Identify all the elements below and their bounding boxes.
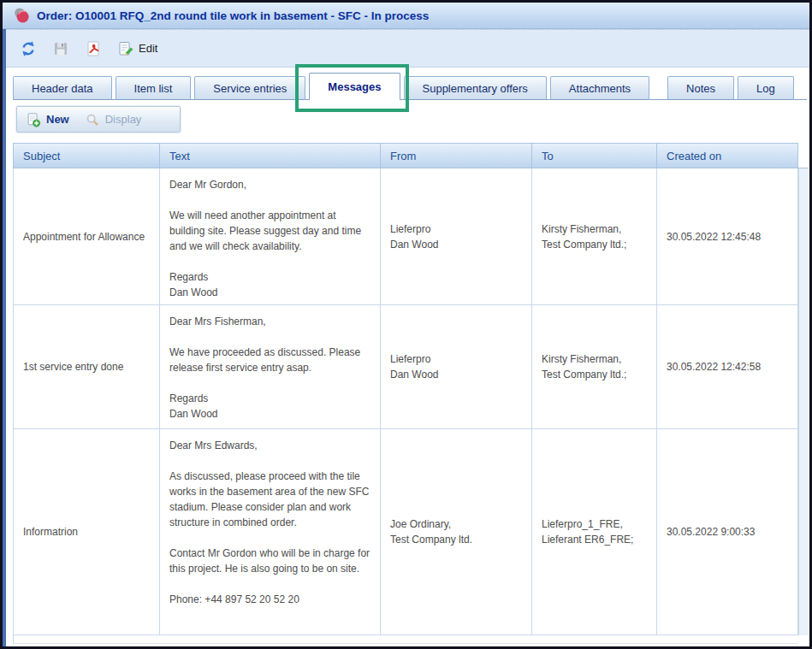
cell-to: Lieferpro_1_FRE, Lieferant ER6_FRE; [532, 429, 657, 635]
table-row[interactable]: Appointment for Allowance Dear Mr Gordon… [13, 168, 809, 305]
pdf-export-button[interactable] [83, 38, 104, 59]
cell-created-on: 30.05.2022 12:42:58 [657, 305, 798, 429]
cell-text: Dear Mr Gordon, We will need another app… [160, 168, 381, 305]
cell-subject: Informatrion [13, 429, 160, 635]
window-titlebar: Order: O10001 RFQ_2nd round tile work in… [3, 3, 809, 29]
save-button[interactable] [50, 38, 71, 59]
column-header-subject[interactable]: Subject [13, 143, 160, 168]
main-toolbar: Edit [6, 29, 809, 68]
cell-text: Dear Mrs Fisherman, We have proceeded as… [160, 305, 381, 429]
messages-action-bar: New Display [16, 106, 181, 133]
pdf-icon [85, 40, 102, 57]
tab-messages-label: Messages [328, 80, 381, 93]
tabstrip: Header data Item list Service entries Me… [13, 72, 807, 100]
vertical-scrollbar[interactable] [798, 305, 809, 429]
column-header-from[interactable]: From [381, 143, 532, 168]
refresh-icon [20, 40, 37, 57]
tab-service-entries[interactable]: Service entries [194, 76, 305, 100]
empty-table-area [13, 635, 798, 644]
vertical-scrollbar[interactable] [798, 168, 809, 305]
edit-button-label: Edit [139, 42, 157, 55]
display-message-button[interactable]: Display [85, 112, 142, 127]
tab-log[interactable]: Log [738, 76, 794, 100]
column-header-created-on[interactable]: Created on [657, 143, 798, 168]
cell-to: Kirsty Fisherman, Test Company ltd.; [532, 168, 657, 305]
order-window: Order: O10001 RFQ_2nd round tile work in… [0, 0, 812, 649]
window-title: Order: O10001 RFQ_2nd round tile work in… [37, 9, 429, 22]
new-message-button[interactable]: New [26, 112, 69, 127]
cell-text: Dear Mrs Edwards, As discussed, please p… [160, 429, 381, 635]
tab-attachments[interactable]: Attachments [550, 76, 649, 100]
cell-subject: Appointment for Allowance [13, 168, 160, 305]
table-row[interactable]: 1st service entry done Dear Mrs Fisherma… [13, 305, 809, 429]
cell-from: Joe Ordinary, Test Company ltd. [381, 429, 532, 635]
window-left-frame [3, 29, 6, 646]
refresh-button[interactable] [18, 38, 39, 59]
scrollbar-corner [798, 143, 809, 168]
column-header-to[interactable]: To [532, 143, 657, 168]
display-message-label: Display [105, 113, 142, 126]
table-header-row: Subject Text From To Created on [13, 143, 809, 168]
new-message-label: New [46, 113, 69, 126]
cell-created-on: 30.05.2022 9:00:33 [657, 429, 798, 635]
cell-created-on: 30.05.2022 12:45:48 [657, 168, 798, 305]
tab-header-data[interactable]: Header data [13, 76, 112, 100]
new-message-icon [26, 112, 41, 127]
column-header-text[interactable]: Text [160, 143, 381, 168]
edit-icon [117, 40, 134, 57]
tab-messages[interactable]: Messages [309, 73, 400, 101]
messages-table: Subject Text From To Created on Appointm… [13, 143, 809, 644]
display-icon [85, 112, 100, 127]
vertical-scrollbar[interactable] [798, 429, 809, 635]
tab-notes[interactable]: Notes [667, 76, 734, 100]
cell-from: Lieferpro Dan Wood [381, 305, 532, 429]
cell-from: Lieferpro Dan Wood [381, 168, 532, 305]
app-logo-icon [13, 7, 30, 24]
edit-button[interactable]: Edit [116, 38, 159, 59]
cell-subject: 1st service entry done [13, 305, 160, 429]
tab-item-list[interactable]: Item list [116, 76, 192, 100]
cell-to: Kirsty Fisherman, Test Company ltd.; [532, 305, 657, 429]
table-row[interactable]: Informatrion Dear Mrs Edwards, As discus… [13, 429, 809, 635]
tab-supplementary-offers[interactable]: Supplementary offers [404, 76, 547, 100]
save-icon [52, 40, 69, 57]
